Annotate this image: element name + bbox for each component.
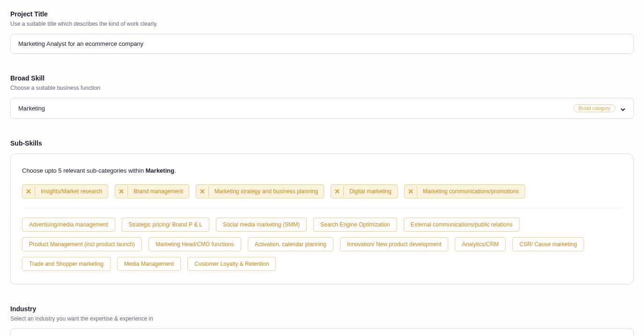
sub-skills-label: Sub-Skills xyxy=(10,139,634,147)
sub-skills-prompt-strong: Marketing xyxy=(146,167,174,174)
available-skill-chip[interactable]: Social media marketing (SMM) xyxy=(216,218,307,232)
project-title-section: Project Title Use a suitable title which… xyxy=(10,10,634,54)
chevron-down-icon xyxy=(620,106,626,111)
project-title-subtitle: Use a suitable title which describes the… xyxy=(10,21,634,27)
selected-skill-chip[interactable]: Insights/Market research xyxy=(22,184,108,198)
available-skill-chip[interactable]: Product Management (incl product launch) xyxy=(22,237,142,251)
available-skill-chip[interactable]: Marketing Head/CMO functions xyxy=(148,237,241,251)
skill-chip-label: Digital marketing xyxy=(344,185,397,198)
sub-skills-prompt-prefix: Choose upto 5 relevant sub-categories wi… xyxy=(22,167,146,174)
sub-skills-container: Choose upto 5 relevant sub-categories wi… xyxy=(10,153,634,285)
close-icon[interactable] xyxy=(22,186,35,197)
skill-chip-label: Brand management xyxy=(128,185,188,198)
project-title-label: Project Title xyxy=(10,10,634,18)
broad-skill-section: Broad Skill Choose a suitable business f… xyxy=(10,74,634,119)
available-skill-chip[interactable]: Advertising/media management xyxy=(22,218,115,232)
available-skill-chip[interactable]: Search Engine Optimization xyxy=(313,218,397,232)
available-skill-chip[interactable]: External communications/public relations xyxy=(404,218,519,232)
industry-section: Industry Select an industry you want the… xyxy=(10,305,634,336)
close-icon[interactable] xyxy=(405,186,417,197)
broad-skill-value: Marketing xyxy=(18,105,573,112)
available-skill-chip[interactable]: CSR/ Cause marketing xyxy=(512,237,584,251)
broad-skill-label: Broad Skill xyxy=(10,74,634,82)
available-skill-chip[interactable]: Activation, calendar planning xyxy=(248,237,333,251)
industry-select[interactable]: Ecommerce/Online Retail xyxy=(10,329,634,336)
selected-skill-chip[interactable]: Marketing communications/promotions xyxy=(404,184,525,198)
sub-skills-section: Sub-Skills Choose upto 5 relevant sub-ca… xyxy=(10,139,634,285)
industry-label: Industry xyxy=(10,305,634,313)
selected-skill-chip[interactable]: Marketing strategy and business planning xyxy=(196,184,324,198)
close-icon[interactable] xyxy=(331,186,344,197)
sub-skills-prompt-suffix: . xyxy=(174,167,176,174)
selected-skill-chip[interactable]: Digital marketing xyxy=(331,184,397,198)
available-skill-chip[interactable]: Analytics/CRM xyxy=(455,237,506,251)
close-icon[interactable] xyxy=(115,186,128,197)
available-tags-row: Advertising/media managementStrategic pr… xyxy=(22,218,622,271)
project-title-input[interactable] xyxy=(10,34,634,54)
selected-skill-chip[interactable]: Brand management xyxy=(115,184,189,198)
skill-chip-label: Marketing strategy and business planning xyxy=(209,185,324,198)
available-skill-chip[interactable]: Media Management xyxy=(117,257,181,271)
close-icon[interactable] xyxy=(196,186,209,197)
available-skill-chip[interactable]: Customer Loyalty & Retention xyxy=(187,257,276,271)
skill-chip-label: Insights/Market research xyxy=(35,185,108,198)
available-skill-chip[interactable]: Innovation/ New product development xyxy=(340,237,448,251)
sub-skills-prompt: Choose upto 5 relevant sub-categories wi… xyxy=(22,167,622,174)
broad-skill-subtitle: Choose a suitable business function xyxy=(10,85,634,91)
available-skill-chip[interactable]: Strategic pricing/ Brand P & L xyxy=(122,218,209,232)
available-skill-chip[interactable]: Trade and Shopper marketing xyxy=(22,257,111,271)
skill-chip-label: Marketing communications/promotions xyxy=(417,185,525,198)
industry-subtitle: Select an industry you want the expertis… xyxy=(10,315,634,322)
selected-tags-row: Insights/Market researchBrand management… xyxy=(22,184,622,208)
broad-skill-select[interactable]: Marketing Broad category xyxy=(10,98,634,119)
broad-category-badge: Broad category xyxy=(573,104,615,112)
